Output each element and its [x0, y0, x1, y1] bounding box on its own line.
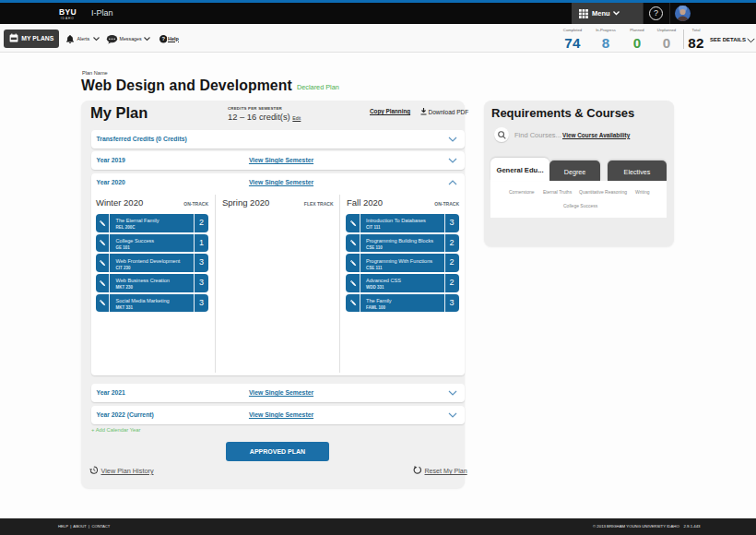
svg-text:?: ?	[161, 36, 165, 42]
